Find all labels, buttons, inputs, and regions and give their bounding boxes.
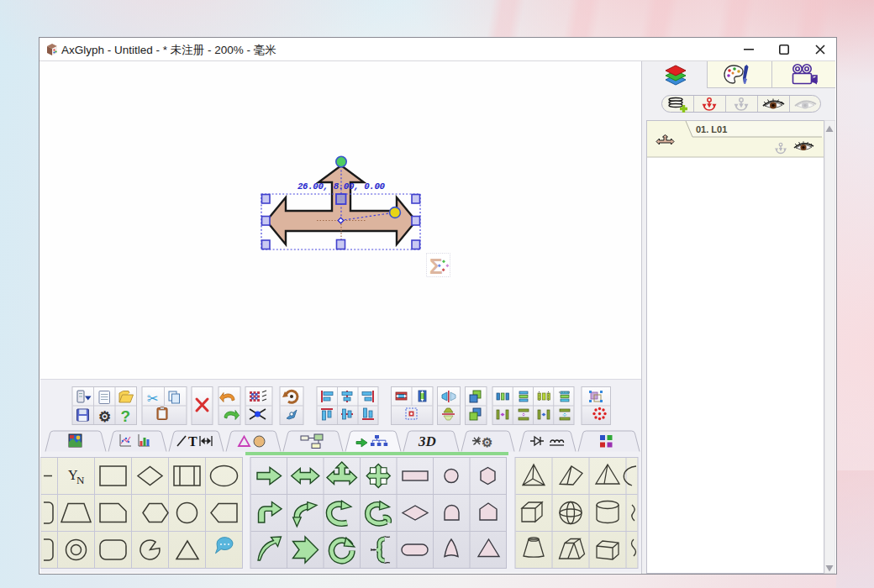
svg-text:✂: ✂: [147, 391, 158, 406]
svg-text:T: T: [188, 434, 197, 449]
svg-text:01. L01: 01. L01: [696, 124, 727, 134]
svg-text:3D: 3D: [418, 433, 436, 449]
svg-text:⚙: ⚙: [482, 435, 492, 449]
svg-text:N: N: [76, 474, 85, 486]
svg-text:⚙: ⚙: [98, 409, 111, 425]
svg-text:26.00, 8.00, 0.00: 26.00, 8.00, 0.00: [297, 181, 386, 192]
svg-text:?: ?: [121, 407, 131, 425]
